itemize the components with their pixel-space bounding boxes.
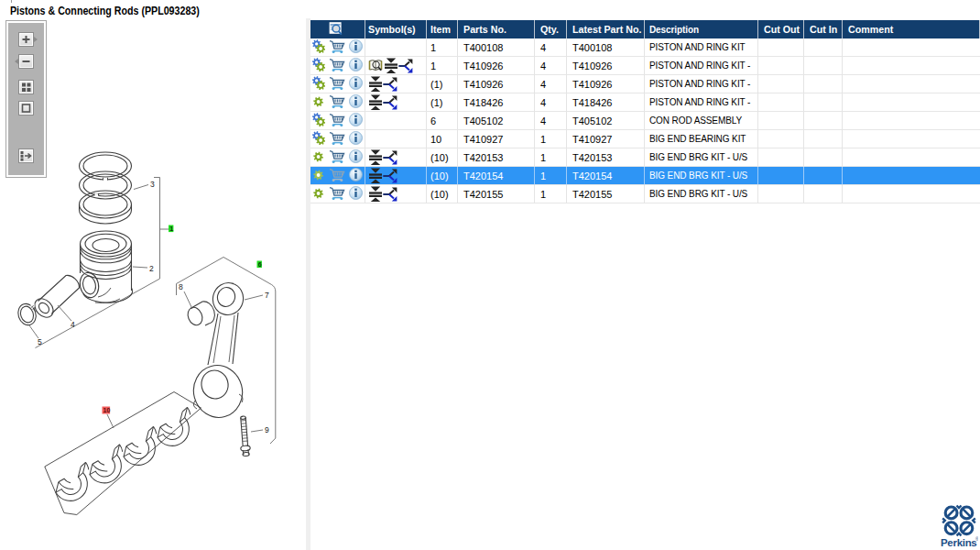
svg-text:5: 5 [38,337,42,346]
svg-text:8: 8 [179,282,183,292]
svg-text:10: 10 [103,407,111,413]
svg-text:7: 7 [265,291,269,300]
svg-text:®: ® [975,536,978,542]
svg-text:3: 3 [150,180,155,189]
svg-text:2: 2 [149,264,154,273]
svg-text:1: 1 [169,226,173,232]
svg-text:9: 9 [265,425,269,434]
svg-text:6: 6 [258,261,262,268]
svg-text:Perkins: Perkins [941,537,976,548]
svg-text:4: 4 [71,320,75,329]
